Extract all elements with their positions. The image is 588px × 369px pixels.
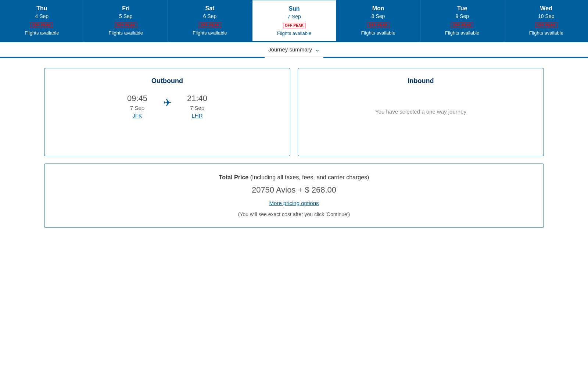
price-label: Total Price (Including all taxes, fees, …	[52, 174, 536, 181]
arrive-endpoint: 21:40 7 Sep LHR	[183, 94, 212, 119]
flight-arrow-icon: ✈	[152, 97, 183, 109]
day-name-wed: Wed	[507, 5, 585, 12]
journey-cards: Outbound 09:45 7 Sep JFK ✈ 21:40 7 Sep L…	[44, 68, 544, 156]
day-date-mon: 8 Sep	[339, 13, 417, 19]
day-date-tue: 9 Sep	[423, 13, 501, 19]
price-note: (You will see exact cost after you click…	[52, 211, 536, 217]
calendar-day-wed[interactable]: Wed10 SepOFF-PEAKFlights available	[504, 0, 588, 42]
off-peak-badge-tue: OFF-PEAK	[423, 21, 501, 30]
flights-available-tue: Flights available	[423, 30, 501, 36]
off-peak-badge-sat: OFF-PEAK	[171, 21, 249, 30]
inbound-title: Inbound	[305, 77, 536, 85]
price-label-normal: (Including all taxes, fees, and carrier …	[248, 174, 369, 180]
inbound-message: You have selected a one way journey	[305, 94, 536, 129]
outbound-details: 09:45 7 Sep JFK ✈ 21:40 7 Sep LHR	[52, 94, 283, 119]
off-peak-badge-fri: OFF-PEAK	[87, 21, 165, 30]
outbound-title: Outbound	[52, 77, 283, 85]
arrive-airport[interactable]: LHR	[183, 112, 212, 119]
depart-airport[interactable]: JFK	[123, 112, 152, 119]
flights-available-thu: Flights available	[3, 30, 81, 36]
blue-line-left	[0, 57, 265, 58]
flights-available-wed: Flights available	[507, 30, 585, 36]
day-name-thu: Thu	[3, 5, 81, 12]
calendar-day-sun[interactable]: Sun7 SepOFF-PEAKFlights available	[251, 0, 337, 42]
calendar-day-tue[interactable]: Tue9 SepOFF-PEAKFlights available	[420, 0, 505, 42]
off-peak-badge-wed: OFF-PEAK	[507, 21, 585, 30]
day-name-tue: Tue	[423, 5, 501, 12]
flights-available-sat: Flights available	[171, 30, 249, 36]
depart-endpoint: 09:45 7 Sep JFK	[123, 94, 152, 119]
calendar-day-thu[interactable]: Thu4 SepOFF-PEAKFlights available	[0, 0, 84, 42]
day-name-sun: Sun	[255, 6, 333, 12]
off-peak-badge-sun: OFF-PEAK	[255, 22, 333, 31]
journey-summary-label: Journey summary	[268, 46, 312, 53]
day-date-fri: 5 Sep	[87, 13, 165, 19]
inbound-card: Inbound You have selected a one way jour…	[298, 68, 544, 156]
price-label-bold: Total Price	[219, 174, 249, 180]
arrive-time: 21:40	[183, 94, 212, 103]
day-name-sat: Sat	[171, 5, 249, 12]
day-date-sat: 6 Sep	[171, 13, 249, 19]
flights-available-sun: Flights available	[255, 31, 333, 36]
calendar-day-sat[interactable]: Sat6 SepOFF-PEAKFlights available	[168, 0, 252, 42]
more-pricing-link[interactable]: More pricing options	[52, 200, 536, 206]
price-card: Total Price (Including all taxes, fees, …	[44, 164, 544, 228]
flights-available-fri: Flights available	[87, 30, 165, 36]
day-date-wed: 10 Sep	[507, 13, 585, 19]
arrive-date: 7 Sep	[183, 105, 212, 111]
day-name-fri: Fri	[87, 5, 165, 12]
chevron-down-icon[interactable]: ⌄	[315, 46, 320, 53]
day-date-thu: 4 Sep	[3, 13, 81, 19]
flights-available-mon: Flights available	[339, 30, 417, 36]
calendar-header: Thu4 SepOFF-PEAKFlights availableFri5 Se…	[0, 0, 588, 42]
outbound-card: Outbound 09:45 7 Sep JFK ✈ 21:40 7 Sep L…	[44, 68, 290, 156]
calendar-day-mon[interactable]: Mon8 SepOFF-PEAKFlights available	[336, 0, 420, 42]
blue-line-right	[323, 57, 588, 58]
off-peak-badge-thu: OFF-PEAK	[3, 21, 81, 30]
depart-date: 7 Sep	[123, 105, 152, 111]
calendar-day-fri[interactable]: Fri5 SepOFF-PEAKFlights available	[84, 0, 168, 42]
depart-time: 09:45	[123, 94, 152, 103]
off-peak-badge-mon: OFF-PEAK	[339, 21, 417, 30]
journey-summary-bar[interactable]: Journey summary ⌄	[0, 42, 588, 57]
main-content: Outbound 09:45 7 Sep JFK ✈ 21:40 7 Sep L…	[37, 57, 551, 235]
day-name-mon: Mon	[339, 5, 417, 12]
day-date-sun: 7 Sep	[255, 14, 333, 19]
price-amount: 20750 Avios + $ 268.00	[52, 185, 536, 195]
